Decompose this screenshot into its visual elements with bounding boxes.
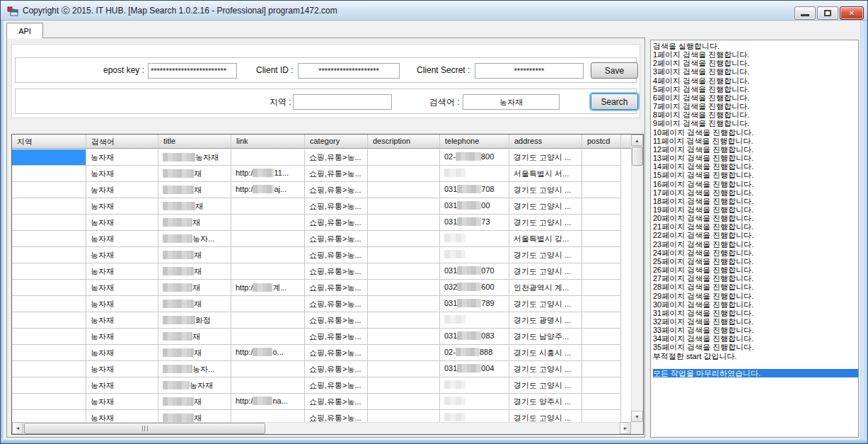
- grid-cell[interactable]: 농자재: [86, 149, 158, 166]
- grid-cell[interactable]: 재: [158, 247, 231, 263]
- tab-api[interactable]: API: [6, 23, 43, 38]
- grid-cell[interactable]: [368, 198, 440, 215]
- grid-cell[interactable]: 농자재: [86, 280, 158, 296]
- grid-cell[interactable]: [231, 296, 305, 312]
- grid-cell[interactable]: 재: [158, 215, 231, 231]
- grid-cell[interactable]: [231, 215, 305, 231]
- grid-column-header[interactable]: 검색어: [86, 135, 158, 149]
- grid-cell[interactable]: [582, 345, 621, 361]
- grid-cell[interactable]: [582, 263, 621, 280]
- grid-column-header[interactable]: telephone: [440, 135, 509, 149]
- grid-cell[interactable]: [12, 312, 86, 329]
- grid-cell[interactable]: 농자재: [86, 329, 158, 345]
- grid-cell[interactable]: [368, 247, 440, 263]
- grid-cell[interactable]: 재: [158, 182, 231, 198]
- client-id-input[interactable]: [298, 63, 400, 79]
- grid-cell[interactable]: http:/o...: [231, 345, 305, 361]
- grid-column-header[interactable]: address: [509, 135, 582, 149]
- grid-cell[interactable]: [440, 394, 509, 410]
- grid-horizontal-scrollbar[interactable]: ◄ ►: [12, 422, 631, 434]
- grid-cell[interactable]: 경기도 고양시 ...: [509, 296, 582, 312]
- vertical-scroll-thumb[interactable]: [632, 147, 643, 166]
- grid-cell[interactable]: [582, 312, 621, 329]
- grid-cell[interactable]: 쇼핑,유통>농...: [305, 329, 368, 345]
- grid-cell[interactable]: 재: [158, 345, 231, 361]
- scroll-right-icon[interactable]: ►: [620, 422, 631, 434]
- grid-cell[interactable]: 농자...: [158, 231, 231, 247]
- grid-cell[interactable]: http:/11...: [231, 166, 305, 182]
- grid-cell[interactable]: 쇼핑,유통>농...: [305, 410, 368, 422]
- grid-cell[interactable]: [440, 410, 509, 422]
- grid-cell[interactable]: 경기도 고양시 ...: [509, 410, 582, 422]
- epost-key-input[interactable]: [148, 63, 237, 79]
- grid-cell[interactable]: 031789: [440, 296, 509, 312]
- grid-cell[interactable]: 경기도 고양시 ...: [509, 361, 582, 377]
- grid-cell[interactable]: [582, 247, 621, 263]
- grid-cell[interactable]: 쇼핑,유통>농...: [305, 263, 368, 280]
- grid-cell[interactable]: [368, 345, 440, 361]
- grid-cell[interactable]: 농자재: [158, 149, 231, 166]
- grid-cell[interactable]: [368, 166, 440, 182]
- grid-cell[interactable]: 경기도 시흥시 ...: [509, 345, 582, 361]
- grid-cell[interactable]: 농자재: [86, 198, 158, 215]
- grid-cell[interactable]: http:/계...: [231, 280, 305, 296]
- grid-cell[interactable]: [582, 280, 621, 296]
- grid-cell[interactable]: [231, 410, 305, 422]
- grid-cell[interactable]: [368, 182, 440, 198]
- grid-cell[interactable]: 재: [158, 394, 231, 410]
- grid-cell[interactable]: 농자재: [86, 345, 158, 361]
- grid-cell[interactable]: [12, 345, 86, 361]
- grid-cell[interactable]: [368, 377, 440, 394]
- grid-cell[interactable]: http:/na...: [231, 394, 305, 410]
- grid-cell[interactable]: 농자재: [86, 296, 158, 312]
- grid-column-header[interactable]: link: [231, 135, 305, 149]
- grid-column-header[interactable]: title: [158, 135, 231, 149]
- grid-cell[interactable]: [231, 329, 305, 345]
- grid-cell[interactable]: [582, 296, 621, 312]
- close-button[interactable]: ✕: [840, 6, 864, 20]
- grid-cell[interactable]: 서울특별시 강...: [509, 231, 582, 247]
- grid-cell[interactable]: 02-888: [440, 345, 509, 361]
- grid-cell[interactable]: 03100: [440, 198, 509, 215]
- grid-cell[interactable]: 농자재: [86, 312, 158, 329]
- grid-cell[interactable]: 쇼핑,유통>농...: [305, 231, 368, 247]
- grid-cell[interactable]: 재: [158, 280, 231, 296]
- grid-cell[interactable]: [440, 377, 509, 394]
- grid-cell[interactable]: [440, 312, 509, 329]
- grid-cell[interactable]: 쇼핑,유통>농...: [305, 361, 368, 377]
- grid-cell[interactable]: 농자재: [86, 410, 158, 422]
- grid-cell[interactable]: 031070: [440, 263, 509, 280]
- grid-cell[interactable]: [368, 149, 440, 166]
- grid-cell[interactable]: 쇼핑,유통>농...: [305, 296, 368, 312]
- grid-cell[interactable]: 경기도 양주시 ...: [509, 394, 582, 410]
- save-button[interactable]: Save: [591, 62, 638, 79]
- grid-column-header[interactable]: 지역: [12, 135, 86, 149]
- grid-cell[interactable]: 02-800: [440, 149, 509, 166]
- grid-cell[interactable]: [12, 263, 86, 280]
- grid-cell[interactable]: 031708: [440, 182, 509, 198]
- grid-cell[interactable]: 농자재: [86, 215, 158, 231]
- grid-cell[interactable]: [231, 247, 305, 263]
- grid-cell[interactable]: [368, 410, 440, 422]
- grid-cell[interactable]: 화점: [158, 312, 231, 329]
- grid-cell[interactable]: 경기도 고양시 ...: [509, 149, 582, 166]
- grid-cell[interactable]: 쇼핑,유통>농...: [305, 198, 368, 215]
- grid-cell[interactable]: 쇼핑,유통>농...: [305, 377, 368, 394]
- grid-cell[interactable]: [582, 149, 621, 166]
- grid-cell[interactable]: [231, 198, 305, 215]
- grid-cell[interactable]: 재: [158, 263, 231, 280]
- grid-cell[interactable]: [12, 280, 86, 296]
- grid-cell[interactable]: [12, 377, 86, 394]
- grid-cell[interactable]: [12, 215, 86, 231]
- grid-cell[interactable]: [368, 231, 440, 247]
- grid-cell[interactable]: [368, 312, 440, 329]
- scroll-up-icon[interactable]: ▲: [631, 135, 643, 146]
- log-textbox[interactable]: 검색을 실행합니다.1페이지 검색을 진행합니다.2페이지 검색을 진행합니다.…: [650, 40, 859, 438]
- grid-cell[interactable]: 03173: [440, 215, 509, 231]
- grid-cell[interactable]: 농자재: [158, 377, 231, 394]
- maximize-button[interactable]: [817, 6, 838, 20]
- scroll-left-icon[interactable]: ◄: [12, 422, 23, 434]
- grid-cell[interactable]: 재: [158, 410, 231, 422]
- grid-cell[interactable]: 재: [158, 329, 231, 345]
- grid-cell[interactable]: 농자재: [86, 231, 158, 247]
